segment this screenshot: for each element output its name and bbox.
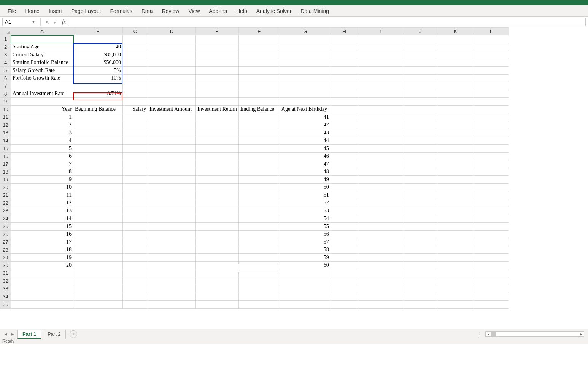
sheet-nav-prev-icon[interactable]: ◂	[2, 331, 9, 337]
cell-D30[interactable]	[148, 261, 196, 269]
cell-F5[interactable]	[238, 67, 280, 75]
cell-B10[interactable]: Beginning Balance	[73, 105, 123, 113]
cell-G35[interactable]	[280, 301, 331, 309]
cell-G28[interactable]: 58	[280, 246, 331, 254]
cell-L24[interactable]	[474, 215, 509, 223]
cell-A20[interactable]: 10	[11, 183, 73, 191]
ribbon-tab-review[interactable]: Review	[157, 5, 184, 17]
cell-D3[interactable]	[148, 51, 196, 59]
cell-J31[interactable]	[404, 269, 437, 277]
cell-K35[interactable]	[437, 301, 474, 309]
enter-formula-icon[interactable]: ✓	[51, 19, 60, 25]
cell-G14[interactable]: 44	[280, 137, 331, 145]
fx-icon[interactable]: fx	[60, 19, 68, 25]
cell-B31[interactable]	[73, 269, 123, 277]
cell-B6[interactable]: 10%	[73, 74, 123, 82]
cell-C5[interactable]	[123, 67, 148, 75]
row-header-1[interactable]: 1	[0, 35, 11, 43]
cell-H4[interactable]	[331, 59, 358, 67]
cell-D19[interactable]	[148, 176, 196, 184]
cell-G30[interactable]: 60	[280, 261, 331, 269]
cell-A11[interactable]: 1	[11, 113, 73, 121]
row-header-4[interactable]: 4	[0, 59, 11, 67]
cell-B15[interactable]	[73, 145, 123, 153]
cell-H9[interactable]	[331, 98, 358, 106]
cell-F22[interactable]	[238, 199, 280, 207]
cell-C30[interactable]	[123, 261, 148, 269]
cell-A30[interactable]: 20	[11, 261, 73, 269]
cell-J13[interactable]	[404, 129, 437, 137]
cell-E14[interactable]	[196, 137, 239, 145]
cell-E11[interactable]	[196, 113, 239, 121]
cell-G23[interactable]: 53	[280, 207, 331, 215]
cell-C15[interactable]	[123, 145, 148, 153]
cell-B34[interactable]	[73, 293, 123, 301]
ribbon-tab-insert[interactable]: Insert	[44, 5, 67, 17]
cell-H12[interactable]	[331, 121, 358, 129]
cell-D11[interactable]	[148, 113, 196, 121]
cell-I11[interactable]	[358, 113, 404, 121]
row-header-35[interactable]: 35	[0, 301, 11, 309]
cell-K14[interactable]	[437, 137, 474, 145]
formula-input[interactable]	[68, 18, 586, 26]
cell-K34[interactable]	[437, 293, 474, 301]
cell-I26[interactable]	[358, 230, 404, 238]
column-header-B[interactable]: B	[73, 28, 123, 35]
cell-B14[interactable]	[73, 137, 123, 145]
cell-F12[interactable]	[238, 121, 280, 129]
cell-D4[interactable]	[148, 59, 196, 67]
cell-L16[interactable]	[474, 152, 509, 160]
scroll-left-icon[interactable]: ◂	[486, 332, 491, 336]
cell-B13[interactable]	[73, 129, 123, 137]
cell-H21[interactable]	[331, 191, 358, 199]
cell-G9[interactable]	[280, 98, 331, 106]
new-sheet-button[interactable]: +	[70, 330, 77, 338]
cell-F14[interactable]	[238, 137, 280, 145]
cell-A6[interactable]: Portfolio Growth Rate	[11, 74, 73, 82]
row-header-9[interactable]: 9	[0, 98, 11, 106]
cell-G1[interactable]	[280, 35, 331, 43]
cell-E25[interactable]	[196, 223, 239, 231]
cell-L21[interactable]	[474, 191, 509, 199]
cell-B4[interactable]: $50,000	[73, 59, 123, 67]
cell-D35[interactable]	[148, 301, 196, 309]
cell-G15[interactable]: 45	[280, 145, 331, 153]
cell-C9[interactable]	[123, 98, 148, 106]
cell-H5[interactable]	[331, 67, 358, 75]
cell-D6[interactable]	[148, 74, 196, 82]
cell-H25[interactable]	[331, 223, 358, 231]
cell-C19[interactable]	[123, 176, 148, 184]
cell-K20[interactable]	[437, 183, 474, 191]
cell-H10[interactable]	[331, 105, 358, 113]
cell-K33[interactable]	[437, 285, 474, 293]
cell-B5[interactable]: 5%	[73, 67, 123, 75]
cell-H2[interactable]	[331, 43, 358, 51]
cell-C2[interactable]	[123, 43, 148, 51]
cell-E30[interactable]	[196, 261, 239, 269]
cell-A33[interactable]	[11, 285, 73, 293]
row-header-3[interactable]: 3	[0, 51, 11, 59]
cell-D7[interactable]	[148, 82, 196, 90]
cell-C35[interactable]	[123, 301, 148, 309]
row-header-20[interactable]: 20	[0, 183, 11, 191]
cell-I28[interactable]	[358, 246, 404, 254]
cell-D12[interactable]	[148, 121, 196, 129]
cell-B1[interactable]	[73, 35, 123, 43]
cell-B24[interactable]	[73, 215, 123, 223]
cell-E19[interactable]	[196, 176, 239, 184]
cell-C7[interactable]	[123, 82, 148, 90]
cell-E3[interactable]	[196, 51, 239, 59]
row-header-11[interactable]: 11	[0, 113, 11, 121]
cell-A15[interactable]: 5	[11, 145, 73, 153]
cell-H33[interactable]	[331, 285, 358, 293]
cell-L11[interactable]	[474, 113, 509, 121]
row-header-17[interactable]: 17	[0, 160, 11, 168]
cell-H14[interactable]	[331, 137, 358, 145]
cell-B17[interactable]	[73, 160, 123, 168]
cell-G29[interactable]: 59	[280, 254, 331, 262]
cell-J27[interactable]	[404, 238, 437, 246]
cell-L22[interactable]	[474, 199, 509, 207]
cell-H32[interactable]	[331, 277, 358, 285]
cell-F9[interactable]	[238, 98, 280, 106]
cell-H20[interactable]	[331, 183, 358, 191]
